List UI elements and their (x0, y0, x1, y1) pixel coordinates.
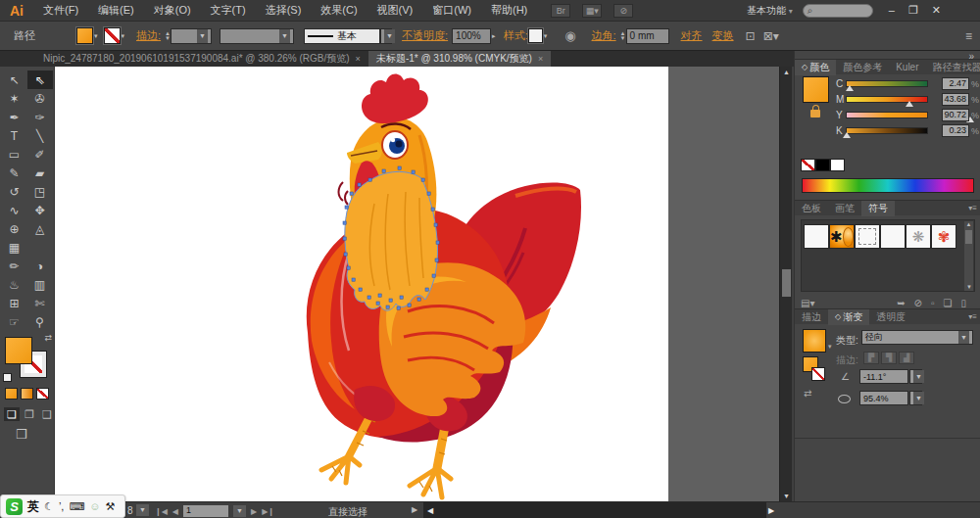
corner-input[interactable]: 0 mm (626, 28, 669, 44)
sogou-logo[interactable]: S (6, 498, 23, 515)
channel-value[interactable]: 43.68 (942, 93, 969, 106)
language-indicator[interactable]: 英 (27, 498, 39, 515)
chevron-right-icon[interactable]: ▸ (492, 32, 496, 40)
close-icon[interactable]: × (356, 54, 361, 64)
menu-item[interactable]: 窗口(W) (422, 3, 481, 18)
cs-live-icon[interactable]: ⊘ (613, 4, 633, 18)
stroke-within-icon[interactable]: ▛ (863, 352, 879, 364)
artboard-number-field[interactable]: 1 (183, 505, 228, 517)
tool-slice[interactable]: ✄ (27, 294, 53, 312)
opacity-input[interactable]: 100% (452, 28, 491, 44)
channel-slider[interactable] (846, 96, 928, 103)
chevron-down-icon[interactable]: ▾ (122, 32, 125, 40)
fill-swatch[interactable] (5, 337, 32, 364)
gradient-aspect-input[interactable]: 95.4% (859, 391, 908, 405)
menu-item[interactable]: 视图(V) (368, 3, 423, 18)
moon-icon[interactable]: ☾ (44, 500, 54, 513)
dock-control-icon[interactable]: ≡ (965, 29, 972, 43)
canvas-pasteboard[interactable] (55, 67, 779, 501)
slider-thumb[interactable] (843, 132, 851, 138)
tool-hand[interactable]: ☞ (2, 312, 27, 331)
gradient-swatch[interactable] (803, 329, 826, 353)
recolor-artwork-icon[interactable]: ◉ (564, 28, 575, 43)
aspect-caret[interactable]: ▼ (909, 391, 922, 405)
stroke-weight-dropdown[interactable]: ▼ (171, 28, 212, 44)
gradient-button[interactable] (21, 388, 33, 400)
scroll-up-icon[interactable]: ▲ (780, 69, 793, 75)
symbol-options-icon[interactable]: ▫ (931, 298, 935, 308)
workspace-switcher[interactable]: 基本功能 ▾ (747, 4, 793, 18)
menu-item[interactable]: 文字(T) (201, 3, 256, 18)
tool-rectangle[interactable]: ▭ (2, 145, 27, 164)
artboard-dropdown-icon[interactable]: ▼ (233, 505, 246, 517)
channel-value[interactable]: 90.72 (942, 109, 969, 121)
tool-selection[interactable]: ↖ (2, 71, 27, 89)
tab-symbols[interactable]: 符号 (861, 201, 895, 216)
arrange-documents-icon[interactable]: ▦▾ (582, 4, 602, 18)
draw-normal-icon[interactable]: ❏ (4, 407, 20, 421)
tool-shape-builder[interactable]: ⊕ (2, 219, 27, 238)
document-tab-active[interactable]: 未标题-1* @ 310.98% (CMYK/预览) × (368, 51, 551, 67)
tab-color-guide[interactable]: 颜色参考 (836, 60, 889, 75)
stroke-color-swatch[interactable] (104, 27, 121, 44)
vertical-scrollbar[interactable]: ▲ ▼ (779, 67, 792, 501)
tool-direct-selection[interactable]: ⇖ (27, 71, 53, 89)
tool-artboard[interactable]: ⊞ (2, 294, 27, 312)
tab-stroke[interactable]: 描边 (795, 309, 828, 325)
symbols-scrollbar[interactable]: ▲▼ (964, 221, 973, 291)
scroll-down-icon[interactable]: ▼ (780, 493, 793, 499)
zoom-dropdown-icon[interactable]: ▼ (136, 504, 149, 516)
angle-caret[interactable]: ▼ (909, 369, 922, 384)
menu-item[interactable]: 文件(F) (33, 3, 88, 18)
none-swatch[interactable] (801, 159, 815, 171)
transform-link[interactable]: 变换 (712, 28, 734, 43)
tool-pen-alt[interactable]: ✑ (27, 108, 53, 126)
tool-lasso[interactable]: ✇ (27, 89, 53, 108)
tab-gradient[interactable]: ◇渐变 (828, 309, 869, 325)
chevron-down-icon[interactable]: ▾ (828, 343, 832, 351)
tool-width[interactable]: ∿ (2, 201, 27, 219)
search-input[interactable]: ⌕ (803, 4, 873, 18)
place-symbol-icon[interactable]: ➥ (897, 298, 905, 308)
flower-symbol[interactable]: ✾ (931, 224, 956, 249)
brush-definition-caret[interactable]: ▼ (380, 28, 392, 44)
close-icon[interactable]: × (538, 54, 543, 64)
gradient-type-dropdown[interactable]: 径向 ▼ (861, 330, 973, 345)
punctuation-icon[interactable]: ’, (59, 500, 65, 512)
none-button[interactable] (36, 388, 49, 400)
no-constrain-icon[interactable]: ⊠▾ (763, 29, 779, 43)
tool-column-graph[interactable]: ▥ (27, 275, 53, 294)
lock-icon[interactable] (810, 110, 820, 118)
menu-item[interactable]: 效果(C) (311, 3, 367, 18)
tool-rotate[interactable]: ↺ (2, 182, 27, 201)
draw-behind-icon[interactable]: ❐ (22, 407, 37, 421)
fill-color-swatch[interactable] (76, 27, 93, 44)
panel-menu-icon[interactable]: ▾≡ (968, 312, 977, 321)
tool-scale[interactable]: ◳ (27, 182, 53, 201)
panel-menu-icon[interactable]: ▾≡ (968, 204, 977, 212)
white-swatch[interactable] (830, 159, 845, 171)
black-swatch[interactable] (815, 159, 830, 171)
minimize-button[interactable]: – (889, 4, 895, 17)
tab-swatches[interactable]: 色板 (795, 201, 828, 216)
tab-transparency[interactable]: 透明度 (869, 309, 912, 325)
tab-brushes[interactable]: 画笔 (828, 201, 861, 216)
horizontal-scrollbar[interactable]: ◀ (423, 502, 766, 518)
stroke-across-icon[interactable]: ▟ (899, 352, 914, 364)
tool-pencil[interactable]: ✎ (2, 164, 27, 182)
tab-pathfinder[interactable]: 路径查找器 (926, 60, 980, 75)
channel-slider[interactable] (846, 112, 928, 118)
bridge-icon[interactable]: Br (551, 4, 570, 18)
tab-kuler[interactable]: Kuler (889, 60, 925, 75)
tool-symbol-sprayer[interactable]: ♨ (2, 275, 27, 294)
gradient-stroke-swatch[interactable] (811, 367, 825, 381)
menu-item[interactable]: 帮助(H) (481, 3, 537, 18)
zoom-level-field[interactable]: 8 (127, 505, 133, 516)
tool-eyedropper[interactable]: ✏ (2, 257, 27, 275)
constrain-proportions-icon[interactable]: ⊡ (746, 29, 756, 43)
tool-type[interactable]: T (2, 126, 27, 145)
tool-pen[interactable]: ✒ (2, 108, 27, 126)
tool-perspective-grid[interactable]: ◬ (27, 219, 53, 238)
artboard[interactable] (55, 67, 668, 501)
color-button[interactable] (5, 388, 18, 400)
